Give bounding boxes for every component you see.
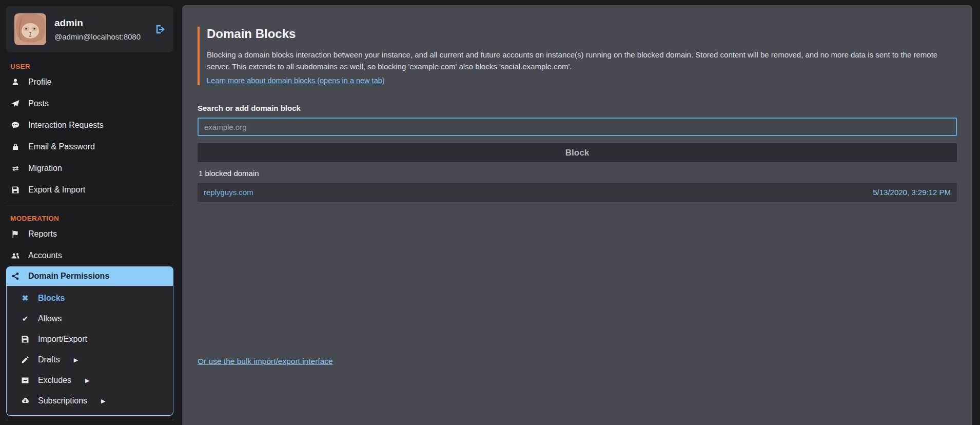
sidebar-item-label: Migration	[28, 164, 62, 173]
sidebar: admin @admin@localhost:8080 USER Profile…	[6, 6, 173, 424]
sidebar-section-moderation: MODERATION	[6, 209, 173, 223]
page-heading-block: Domain Blocks Blocking a domain blocks i…	[198, 27, 957, 85]
user-name: admin	[54, 17, 141, 29]
user-info: admin @admin@localhost:8080	[54, 17, 141, 41]
sign-out-icon	[155, 25, 166, 37]
sidebar-divider	[6, 205, 173, 205]
user-card: admin @admin@localhost:8080	[6, 6, 173, 52]
sidebar-item-label: Domain Permissions	[28, 272, 109, 281]
submenu-item-label: Blocks	[38, 294, 65, 303]
submenu-item-subscriptions[interactable]: Subscriptions ▶	[7, 391, 173, 411]
users-icon	[10, 252, 21, 260]
paper-plane-icon	[10, 100, 21, 108]
sidebar-item-email-password[interactable]: Email & Password	[6, 136, 173, 158]
page-title: Domain Blocks	[207, 27, 957, 41]
submenu-item-allows[interactable]: ✔ Allows	[7, 308, 173, 329]
page-description: Blocking a domain blocks interaction bet…	[207, 49, 957, 72]
blocked-domain-row[interactable]: replyguys.com 5/13/2020, 3:29:12 PM	[198, 183, 957, 202]
flag-icon	[10, 230, 21, 238]
sidebar-item-domain-permissions[interactable]: Domain Permissions	[6, 266, 173, 286]
caret-right-icon: ▶	[85, 378, 89, 383]
submenu-item-blocks[interactable]: ✖ Blocks	[7, 288, 173, 308]
submenu-item-label: Drafts	[38, 355, 60, 364]
share-nodes-icon	[10, 272, 21, 280]
blocked-domain-count: 1 blocked domain	[199, 169, 956, 178]
sidebar-section-user: USER	[6, 57, 173, 71]
submenu-item-import-export[interactable]: Import/Export	[7, 329, 173, 350]
submenu-item-excludes[interactable]: Excludes ▶	[7, 370, 173, 391]
sidebar-item-profile[interactable]: Profile	[6, 71, 173, 93]
domain-permissions-submenu: ✖ Blocks ✔ Allows Import/Export Drafts ▶…	[6, 286, 173, 416]
cloud-download-icon	[20, 397, 30, 405]
logout-button[interactable]	[155, 24, 166, 35]
comment-dots-icon	[10, 121, 21, 129]
sidebar-item-label: Reports	[28, 229, 57, 239]
blocked-domain-date: 5/13/2020, 3:29:12 PM	[873, 188, 951, 197]
sidebar-item-label: Accounts	[28, 251, 62, 260]
sidebar-item-migration[interactable]: ⇄ Migration	[6, 158, 173, 179]
sidebar-item-export-import[interactable]: Export & Import	[6, 179, 173, 201]
save-icon	[20, 335, 30, 343]
submenu-item-label: Allows	[38, 314, 62, 323]
submenu-item-drafts[interactable]: Drafts ▶	[7, 350, 173, 370]
submenu-item-label: Excludes	[38, 376, 71, 385]
domain-blocks-panel: Domain Blocks Blocking a domain blocks i…	[182, 5, 972, 425]
blocked-domain-name[interactable]: replyguys.com	[204, 188, 253, 197]
sidebar-item-interaction-requests[interactable]: Interaction Requests	[6, 114, 173, 136]
search-label: Search or add domain block	[198, 104, 957, 112]
save-icon	[10, 186, 21, 194]
bulk-import-export-link[interactable]: Or use the bulk import/export interface	[198, 357, 333, 366]
lock-icon	[10, 143, 21, 151]
sidebar-item-accounts[interactable]: Accounts	[6, 245, 173, 266]
block-button[interactable]: Block	[198, 143, 957, 162]
sidebar-item-label: Interaction Requests	[28, 121, 104, 130]
avatar	[14, 13, 46, 45]
user-icon	[10, 78, 21, 86]
sidebar-item-label: Profile	[28, 78, 51, 87]
sidebar-divider	[6, 420, 173, 420]
domain-search-input[interactable]	[198, 118, 957, 136]
learn-more-link[interactable]: Learn more about domain blocks (opens in…	[207, 76, 385, 85]
submenu-item-label: Import/Export	[38, 335, 87, 344]
sidebar-item-reports[interactable]: Reports	[6, 223, 173, 245]
caret-right-icon: ▶	[101, 398, 105, 404]
user-handle: @admin@localhost:8080	[54, 32, 141, 41]
sidebar-item-label: Export & Import	[28, 185, 85, 195]
sidebar-item-label: Posts	[28, 99, 49, 108]
pencil-icon	[20, 356, 30, 364]
submenu-item-label: Subscriptions	[38, 396, 87, 405]
caret-right-icon: ▶	[74, 357, 78, 363]
sidebar-item-posts[interactable]: Posts	[6, 93, 173, 114]
sidebar-item-label: Email & Password	[28, 142, 95, 151]
minus-square-icon	[20, 376, 30, 384]
